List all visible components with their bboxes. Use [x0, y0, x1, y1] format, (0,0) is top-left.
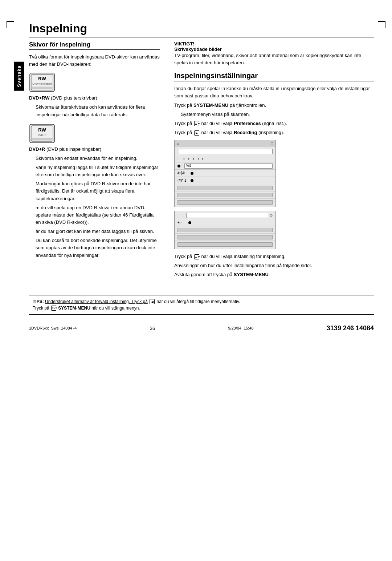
menu-row-4: # $#	[175, 170, 275, 177]
nav-icon-2: ▶	[194, 130, 199, 136]
menu-row-label: I	[177, 157, 183, 161]
menu-screenshot-2: · ⊙ +,·	[174, 211, 276, 249]
viktigt-subtitle: Skrivskyddade bilder	[174, 47, 222, 52]
svg-text:DVD+R: DVD+R	[38, 134, 46, 136]
menu-title-bar: ○ □	[175, 140, 275, 147]
menu-row-value	[179, 149, 273, 154]
dvdrw-label: DVD+RW (DVD plus terskrivbar)	[29, 94, 160, 102]
viktigt-title: VIKTIGT!	[174, 41, 195, 47]
step2-text: Tryck på ▲▼ när du vill välja Preference…	[174, 120, 374, 127]
svg-rect-9	[32, 138, 52, 140]
menu-row-6	[175, 184, 275, 191]
step1-text: Tryck på SYSTEM-MENU på fjärrkontrollen.	[174, 102, 374, 109]
svg-text:RW: RW	[38, 127, 46, 133]
tips-systemmenu-icon: SYS	[51, 306, 56, 311]
tips-text4-bold: SYSTEM-MENU	[58, 306, 90, 311]
tips-text1: Understruket alternativ är förvald instä…	[45, 299, 148, 304]
step3-text: Tryck på ▶ när du vill välja Recording (…	[174, 129, 374, 136]
menu-screenshot-1: ○ □ I • • • • •	[174, 140, 276, 207]
nav-icon-1: ▲▼	[194, 121, 199, 126]
menu-dot-5	[191, 179, 193, 182]
two-column-layout: Skivor för inspelning Två olika format f…	[29, 41, 374, 280]
dvdr-bold-label: DVD+R	[29, 146, 45, 152]
footer-page-number: 36	[150, 326, 155, 331]
menu-icon-right: □	[271, 141, 273, 146]
footer-date: 9/28/04, 15:48	[228, 326, 253, 330]
nav-icon-3: ▲▼	[194, 254, 199, 259]
menu2-row-5	[175, 241, 275, 248]
page-title: Inspelning	[29, 22, 374, 37]
corner-mark-tr	[378, 21, 385, 28]
step5-text: Anvisningar om hur du utför inställninga…	[174, 262, 374, 269]
step4-text: Tryck på ▲▼ när du vill välja inställnin…	[174, 253, 374, 260]
page: Svenska Inspelning Skivor för inspelning…	[0, 15, 392, 561]
tips-back-icon: ◀	[150, 299, 155, 304]
menu-row-2: I • • • • •	[175, 155, 275, 162]
tips-text2: när du vill återgå till tidigare menyalt…	[157, 299, 240, 304]
step6-text: Avsluta genom att trycka på SYSTEM-MENU.	[174, 271, 374, 278]
footer-product-code: 3139 246 14084	[327, 324, 374, 332]
menu2-row-1: · ⊙	[175, 212, 275, 219]
menu-row-8	[175, 199, 275, 206]
tips-label: TIPS:	[33, 299, 44, 304]
menu-body: I • • • • • · %& # $#	[175, 147, 275, 207]
left-section-heading: Skivor för inspelning	[29, 41, 160, 50]
section2-intro: Innan du börjar spelar in kanske du måst…	[174, 85, 374, 100]
intro-text: Två olika format för inspelningsbara DVD…	[29, 53, 160, 68]
dvdr-disc-icon: RW DVD+R	[29, 124, 55, 144]
viktigt-body: TV-program, filer, videoband, skivor och…	[174, 52, 374, 66]
menu-row-1	[175, 148, 275, 155]
dvdrw-detail: Skivorna är återskrivbara och kan använd…	[36, 104, 160, 118]
menu-row-7	[175, 191, 275, 199]
menu-row-dots: • • •	[183, 157, 195, 161]
dvdr-detail-3: Markeringar kan göras på DVD R-skivor om…	[36, 180, 160, 202]
svg-rect-4	[32, 87, 52, 89]
dvdr-detail-1: Skivorna kan endast användas för en insp…	[36, 155, 160, 162]
dvdr-desc: (DVD plus inspelningsbar)	[46, 146, 101, 152]
dvdrw-desc: (DVD plus terskrivbar)	[51, 95, 97, 101]
svg-text:RW: RW	[38, 76, 46, 81]
menu2-dot-2	[188, 221, 191, 224]
dvdr-detail-5: är du har gjort det kan inte mer data lä…	[36, 228, 160, 235]
sidebar-language-tab: Svenska	[14, 62, 24, 91]
dvdr-detail-2: Varje ny inspelning läggs till i slutet …	[36, 164, 160, 178]
dvdr-detail-4: m du vill spela upp en DVD R-skiva i en …	[36, 204, 160, 226]
step1b-text: Systemmenyn visas på skärmen.	[181, 111, 374, 118]
menu2-row-label-1: ·	[177, 213, 185, 217]
viktigt-block: VIKTIGT! Skrivskyddade bilder TV-program…	[174, 41, 374, 66]
footer: 1DVDR6xx_Swe_14084 -4 36 9/28/04, 15:48 …	[0, 322, 392, 334]
menu-value-3: %&	[184, 164, 273, 169]
menu2-value-1	[186, 213, 268, 218]
tips-text3: Tryck på	[33, 306, 49, 311]
menu-row-label-5: (#)* 1	[177, 178, 191, 182]
svg-text:DVD+ReWritable: DVD+ReWritable	[32, 82, 52, 85]
menu-dot-4	[191, 172, 193, 175]
menu-icon-left: ○	[177, 141, 179, 146]
footer-left: 1DVDR6xx_Swe_14084 -4	[29, 326, 77, 330]
corner-mark-tl	[7, 21, 14, 28]
main-content: Inspelning Skivor för inspelning Två oli…	[29, 15, 374, 280]
menu-body-2: · ⊙ +,·	[175, 211, 275, 249]
menu-row-label-3: ·	[182, 164, 183, 168]
dvdr-detail-6: Du kan också ta bort oönskade inspelning…	[36, 237, 160, 259]
tips-box: TIPS: Understruket alternativ är förvald…	[29, 295, 374, 315]
menu-dot-3	[177, 165, 180, 168]
left-column: Skivor för inspelning Två olika format f…	[29, 41, 160, 280]
right-section-heading: Inspelningsinställningar	[174, 72, 374, 81]
menu2-row-3	[175, 226, 275, 234]
dvdrw-bold-label: DVD+RW	[29, 95, 49, 101]
tips-text4: när du vill stänga menyn.	[91, 306, 140, 311]
menu-row-5: (#)* 1	[175, 177, 275, 184]
right-column: VIKTIGT! Skrivskyddade bilder TV-program…	[174, 41, 374, 280]
menu-row-3: · %&	[175, 162, 275, 170]
menu2-row-4	[175, 234, 275, 241]
menu2-row-2: +,·	[175, 219, 275, 226]
menu2-row-label-2: +,·	[177, 221, 188, 225]
dvdr-label: DVD+R (DVD plus inspelningsbar)	[29, 146, 160, 153]
menu-row-label-4: # $#	[177, 171, 191, 175]
dvdrw-disc-icon: RW DVD+ReWritable	[29, 72, 55, 92]
